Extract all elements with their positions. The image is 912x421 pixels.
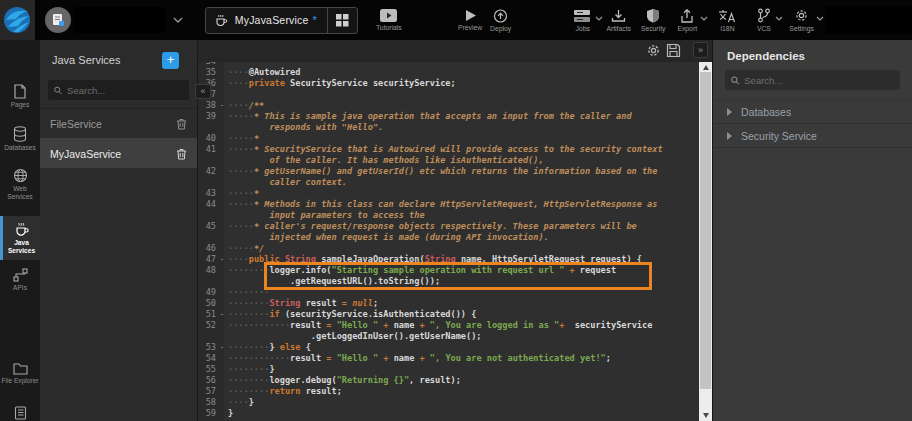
export-chevron-icon[interactable] [700, 16, 708, 21]
project-switcher[interactable] [45, 7, 183, 33]
settings-label: Settings [789, 25, 814, 32]
document-tab-main[interactable]: MyJavaService * [206, 8, 327, 33]
preview-label: Preview [458, 24, 482, 31]
logs-icon [14, 406, 27, 420]
scroll-up-button[interactable] [699, 62, 712, 72]
redacted-account-area [825, 6, 912, 34]
dashboard-grid-button[interactable] [327, 8, 357, 33]
editor-settings-button[interactable] [646, 43, 661, 58]
open-document-tab[interactable]: MyJavaService * [205, 7, 358, 34]
i18n-button[interactable]: I18N [717, 0, 738, 40]
dependency-section-security-service[interactable]: Security Service [713, 124, 912, 148]
sidebar-item-apis[interactable]: APIs [0, 268, 40, 292]
line-number: 43 [198, 188, 216, 199]
sidebar-item-java-services[interactable]: Java Services [0, 216, 40, 260]
document-tab-label: MyJavaService [235, 14, 309, 26]
dependency-section-databases[interactable]: Databases [713, 100, 912, 124]
jobs-chevron-icon[interactable] [595, 16, 603, 21]
java-services-search-input[interactable] [67, 85, 183, 96]
code-line: .getRequestURL().toString()); [198, 276, 699, 287]
line-number: 57 [198, 386, 216, 397]
settings-chevron-icon[interactable] [816, 16, 824, 21]
code-area[interactable]: 3435····@Autowired36····private Security… [198, 62, 699, 421]
tutorials-video-icon [380, 9, 397, 22]
dependencies-panel: Dependencies Databases Security Service [712, 40, 912, 421]
code-line: 50········String result = null; [198, 298, 699, 309]
delete-trash-icon[interactable] [176, 148, 187, 160]
scrollbar-thumb[interactable] [700, 72, 711, 389]
main-sidebar: Pages Databases Web Services [0, 40, 40, 421]
databases-label: Databases [0, 144, 40, 152]
line-number: 52 [198, 320, 216, 331]
tutorials-button[interactable]: Tutorials [374, 0, 404, 40]
sidebar-item-pages[interactable]: Pages [0, 84, 40, 109]
fold-marker[interactable]: - [216, 342, 228, 353]
deploy-button[interactable]: Deploy [486, 0, 514, 40]
pages-icon [13, 84, 27, 99]
web-services-label: Web Services [0, 185, 40, 200]
line-number: 41 [198, 144, 216, 155]
java-services-coffee-icon [14, 221, 30, 237]
delete-trash-icon[interactable] [176, 118, 187, 130]
security-shield-icon [646, 8, 660, 23]
file-explorer-folder-icon [13, 362, 28, 375]
sidebar-item-logs[interactable]: Logs [0, 406, 40, 421]
editor-scrollbar[interactable] [699, 62, 712, 421]
sidebar-item-web-services[interactable]: Web Services [0, 168, 40, 200]
brand-logo[interactable] [0, 0, 35, 40]
line-number: 50 [198, 298, 216, 309]
sidebar-item-databases[interactable]: Databases [0, 126, 40, 152]
vcs-button[interactable]: VCS [754, 0, 775, 40]
vcs-chevron-icon[interactable] [775, 16, 783, 21]
editor-save-button[interactable] [666, 43, 681, 58]
java-services-panel-header: Java Services + [40, 46, 197, 74]
fold-marker[interactable]: - [216, 100, 228, 111]
preview-button[interactable]: Preview [456, 0, 484, 40]
line-number: 46 [198, 243, 216, 254]
fold-marker[interactable]: - [216, 254, 228, 265]
code-line: 57········return result; [198, 386, 699, 397]
java-coffee-icon [214, 13, 228, 27]
security-button[interactable]: Security [639, 0, 667, 40]
code-line: 55········} [198, 364, 699, 375]
top-bar: MyJavaService * Tutorials Preview [0, 0, 912, 40]
line-number: 45 [198, 221, 216, 232]
code-line: 47-····public String sampleJavaOperation… [198, 254, 699, 265]
collapse-services-panel-button[interactable]: « [195, 84, 211, 99]
line-number: 35 [198, 67, 216, 78]
settings-button[interactable]: Settings [788, 0, 815, 40]
code-line: 59} [198, 408, 699, 419]
apis-icon [13, 268, 28, 282]
vcs-branch-icon [757, 8, 771, 23]
service-list-item-fileservice[interactable]: FileService [40, 108, 197, 138]
app-window: MyJavaService * Tutorials Preview [0, 0, 912, 421]
search-icon [54, 86, 62, 95]
java-services-search[interactable] [48, 80, 189, 100]
sidebar-item-file-explorer[interactable]: File Explorer [0, 362, 40, 385]
add-java-service-button[interactable]: + [162, 52, 179, 69]
collapse-dependencies-panel-button[interactable]: » [693, 42, 708, 58]
jobs-button[interactable]: Jobs [571, 0, 595, 40]
code-editor[interactable]: » 3435····@Autowired36····private Securi… [198, 40, 712, 421]
artifacts-button[interactable]: Artifacts [604, 0, 632, 40]
dependencies-search[interactable] [725, 70, 900, 90]
scroll-down-button[interactable] [699, 410, 712, 420]
service-list-item-myjavaservice[interactable]: MyJavaService [40, 138, 197, 168]
code-line: 43·····* [198, 188, 699, 199]
dependencies-search-input[interactable] [744, 75, 894, 86]
code-rows: 3435····@Autowired36····private Security… [198, 62, 699, 419]
chevron-down-icon[interactable] [173, 17, 183, 23]
line-number: 53 [198, 342, 216, 353]
export-label: Export [677, 25, 697, 32]
project-doc-icon [51, 13, 65, 27]
code-line: 53-········} else { [198, 342, 699, 353]
web-services-globe-icon [13, 168, 28, 183]
export-button[interactable]: Export [675, 0, 699, 40]
fold-marker[interactable]: - [216, 309, 228, 320]
i18n-translate-icon [718, 9, 736, 23]
line-number: 56 [198, 375, 216, 386]
deploy-cloud-icon [493, 9, 508, 23]
code-line: 52············result = "Hello " + name +… [198, 320, 699, 331]
unsaved-changes-marker: * [313, 14, 317, 26]
line-number: 40 [198, 133, 216, 144]
